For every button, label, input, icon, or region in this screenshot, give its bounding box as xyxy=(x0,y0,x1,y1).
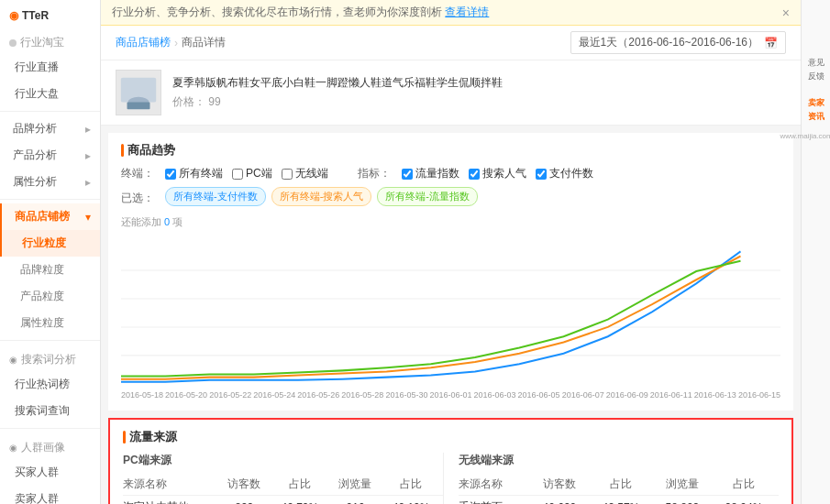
index-traffic-checkbox[interactable] xyxy=(402,169,413,180)
terminal-control-row: 终端： 所有终端 PC端 无线端 xyxy=(121,166,780,181)
shop-rank-label: 商品店铺榜 xyxy=(15,209,70,225)
sidebar-item-attr-granularity[interactable]: 属性粒度 xyxy=(0,310,100,336)
banner-link[interactable]: 查看详情 xyxy=(445,5,489,18)
price-label: 价格： xyxy=(172,95,205,108)
index-search-checkbox[interactable] xyxy=(469,169,480,180)
pc-row0-name: 淘宝站内其他 xyxy=(123,496,221,505)
mobile-row0-views: 58,803 xyxy=(656,496,714,505)
index-search[interactable]: 搜索人气 xyxy=(469,166,526,181)
x-label-0: 2016-05-18 xyxy=(121,390,163,400)
add-count-link[interactable]: 0 xyxy=(164,216,170,227)
sidebar-item-product-granularity[interactable]: 产品粒度 xyxy=(0,283,100,310)
pc-row0-views: 916 xyxy=(332,496,384,505)
mobile-table-header: 无线端来源 xyxy=(459,453,779,468)
sidebar-item-live[interactable]: 行业直播 xyxy=(0,54,100,81)
mobile-col-ratio1: 占比 xyxy=(592,474,656,496)
sidebar-item-hot-words[interactable]: 行业热词榜 xyxy=(0,371,100,398)
index-payment-checkbox[interactable] xyxy=(536,169,547,180)
chart-area xyxy=(121,242,780,389)
chevron-icon: ▸ xyxy=(85,123,91,136)
terminal-all[interactable]: 所有终端 xyxy=(165,166,223,181)
pc-row0-ratio2: 40.19% xyxy=(384,496,443,505)
news-icon-container[interactable]: 卖家 资讯 xyxy=(807,95,825,114)
active-tab-payment[interactable]: 所有终端-支付件数 xyxy=(165,187,266,206)
x-label-13: 2016-06-13 xyxy=(694,390,736,400)
sidebar-item-brand-analysis[interactable]: 品牌分析 ▸ xyxy=(0,115,100,142)
index-payment-label: 支付件数 xyxy=(549,166,593,181)
index-label: 指标： xyxy=(358,166,391,181)
breadcrumb-item-1[interactable]: 商品店铺榜 xyxy=(116,35,171,50)
sidebar-item-brand-granularity[interactable]: 品牌粒度 xyxy=(0,257,100,283)
index-traffic[interactable]: 流量指数 xyxy=(402,166,459,181)
watermark-url: www.maijia.com/news xyxy=(780,132,830,140)
sidebar-item-attr-analysis[interactable]: 属性分析 ▸ xyxy=(0,169,100,195)
sidebar-logo: ◉ TTeR xyxy=(0,0,100,27)
active-tab-traffic[interactable]: 所有终端-流量指数 xyxy=(377,187,478,206)
x-label-1: 2016-05-20 xyxy=(165,390,207,400)
close-icon[interactable]: × xyxy=(782,5,790,20)
add-indicator-row: 还能添加 0 项 xyxy=(121,215,780,229)
chevron-icon: ▸ xyxy=(85,149,91,162)
x-label-2: 2016-05-22 xyxy=(209,390,251,400)
section-title-3: 搜索词分析 xyxy=(21,352,76,367)
mobile-row0-name: 手淘首页 xyxy=(459,496,533,505)
pc-table-header: PC端来源 xyxy=(123,453,443,468)
top-banner: 行业分析、竞争分析、搜索优化尽在市场行情，查老师为你深度剖析 查看详情 × xyxy=(101,0,801,26)
sidebar: ◉ TTeR 行业淘宝 行业直播 行业大盘 品牌分析 ▸ 产品分析 ▸ 属性分析… xyxy=(0,0,101,504)
content-area: 商品店铺榜 › 商品详情 最近1天（2016-06-16~2016-06-16）… xyxy=(101,26,801,504)
pc-column-headers: 来源名称 访客数 占比 浏览量 占比 xyxy=(123,474,443,496)
x-label-6: 2016-05-30 xyxy=(385,390,427,400)
product-thumbnail xyxy=(116,70,161,115)
pc-col-ratio1: 占比 xyxy=(273,474,332,496)
section-title-4: 人群画像 xyxy=(21,440,65,455)
terminal-pc[interactable]: PC端 xyxy=(232,166,272,181)
mobile-table-body: 手淘首页 40,630 43.57% 58,803 38.94% 手淘搜索 13… xyxy=(459,496,779,505)
pc-col-ratio2: 占比 xyxy=(384,474,443,496)
product-info: 夏季韩版帆布鞋女平底小白鞋一脚蹬懒人鞋道气乐福鞋学生侃顺拌鞋 价格： 99 xyxy=(101,60,801,126)
terminal-all-label: 所有终端 xyxy=(179,166,223,181)
terminal-mobile-checkbox[interactable] xyxy=(282,169,293,180)
sidebar-item-shop-rank[interactable]: 商品店铺榜 ▾ xyxy=(0,203,100,230)
product-title: 夏季韩版帆布鞋女平底小白鞋一脚蹬懒人鞋道气乐福鞋学生侃顺拌鞋 xyxy=(172,75,786,91)
feedback-icon-container[interactable]: 意见 反馈 xyxy=(807,55,825,73)
mobile-col-views: 浏览量 xyxy=(656,474,714,496)
x-label-12: 2016-06-11 xyxy=(650,390,692,400)
price-value: 99 xyxy=(208,95,220,108)
product-label: 产品分析 xyxy=(13,148,57,163)
pc-data-table: 来源名称 访客数 占比 浏览量 占比 淘宝站内其他 822 40 xyxy=(123,474,443,504)
mobile-row0-ratio2: 38.94% xyxy=(714,496,779,505)
sidebar-item-seller[interactable]: 卖家人群 xyxy=(0,486,100,504)
pc-row0-visitors: 822 xyxy=(221,496,273,505)
terminal-all-checkbox[interactable] xyxy=(165,169,176,180)
product-price: 价格： 99 xyxy=(172,94,786,110)
mobile-row-0: 手淘首页 40,630 43.57% 58,803 38.94% xyxy=(459,496,779,505)
index-search-label: 搜索人气 xyxy=(482,166,526,181)
x-label-14: 2016-06-15 xyxy=(738,390,780,400)
sidebar-item-buyer[interactable]: 买家人群 xyxy=(0,459,100,486)
section-title-0: 行业淘宝 xyxy=(20,35,64,50)
sidebar-item-search-query[interactable]: 搜索词查询 xyxy=(0,398,100,424)
brand-label: 品牌分析 xyxy=(13,121,57,137)
date-range-picker[interactable]: 最近1天（2016-06-16~2016-06-16） 📅 xyxy=(570,31,786,54)
active-tab-search[interactable]: 所有终端-搜索人气 xyxy=(271,187,372,206)
chart-controls: 终端： 所有终端 PC端 无线端 xyxy=(121,166,780,235)
terminal-mobile[interactable]: 无线端 xyxy=(282,166,328,181)
mobile-col-name: 来源名称 xyxy=(459,474,533,496)
news-label2: 资讯 xyxy=(808,111,824,123)
pc-traffic-table: PC端来源 来源名称 访客数 占比 浏览量 占比 xyxy=(123,453,443,504)
attr-label: 属性分析 xyxy=(13,174,57,190)
terminal-pc-checkbox[interactable] xyxy=(232,169,243,180)
sidebar-item-product-analysis[interactable]: 产品分析 ▸ xyxy=(0,142,100,169)
active-label: 已选： xyxy=(121,191,154,206)
calendar-icon: 📅 xyxy=(764,37,778,49)
sidebar-item-industry-granularity[interactable]: 行业粒度 xyxy=(0,230,100,257)
x-label-3: 2016-05-24 xyxy=(253,390,295,400)
add-indicator-text: 还能添加 xyxy=(121,216,161,227)
product-image xyxy=(116,70,160,115)
sidebar-section-search: ◉ 搜索词分析 xyxy=(0,345,100,371)
terminal-checkboxes: 所有终端 PC端 无线端 xyxy=(165,166,328,181)
breadcrumb-bar: 商品店铺榜 › 商品详情 最近1天（2016-06-16~2016-06-16）… xyxy=(101,26,801,60)
index-payment[interactable]: 支付件数 xyxy=(536,166,593,181)
terminal-pc-label: PC端 xyxy=(246,166,272,181)
sidebar-item-market[interactable]: 行业大盘 xyxy=(0,81,100,107)
